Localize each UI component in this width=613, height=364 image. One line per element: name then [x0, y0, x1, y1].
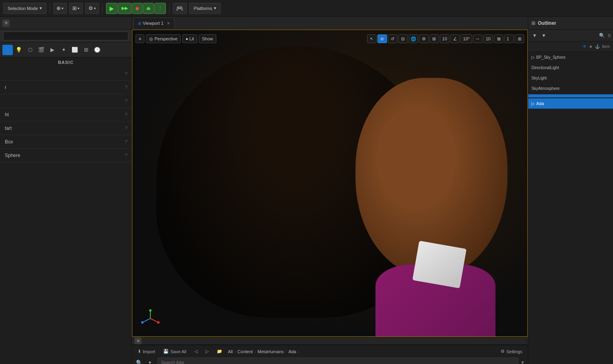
content-browser-bottom: ✕ ⬇ Import 💾 Save All ◁ ▷	[132, 337, 528, 364]
outliner-item-2[interactable]: DirectionalLight	[528, 62, 613, 73]
platforms-arrow: ▾	[214, 6, 216, 11]
history-back-button[interactable]: ◁	[192, 348, 200, 355]
screen-icon[interactable]: ⊠	[494, 34, 503, 43]
history-forward-button[interactable]: ▷	[203, 348, 211, 355]
lit-button[interactable]: ● Lit	[182, 34, 197, 43]
outliner-col-eye: 👁	[583, 44, 587, 49]
grid-btn[interactable]: ⊞	[429, 34, 439, 43]
main-area: ✕ 👤 💡 ⬡ 🎬 ▶ ✦ ⬜ ⊞ 🕐 BASIC ? r ? ?	[0, 17, 613, 364]
left-panel-search-input[interactable]	[3, 32, 128, 40]
list-item-1[interactable]: r ?	[0, 81, 132, 94]
left-panel-search-bar	[0, 30, 132, 42]
build-button[interactable]: ⚙ ▾	[85, 3, 99, 14]
help-icon-6: ?	[125, 152, 128, 158]
settings-btn[interactable]: ⚙	[419, 34, 429, 43]
save-all-label: Save All	[170, 349, 186, 354]
tool-volumes[interactable]: ⬜	[70, 45, 80, 55]
platforms-icon-button[interactable]: 🎮	[173, 3, 187, 14]
breadcrumb-all[interactable]: All	[228, 349, 233, 354]
add-actor-button[interactable]: ⊕ ▾	[53, 3, 67, 14]
list-item-2[interactable]: ?	[0, 94, 132, 108]
scale-tool-btn[interactable]: ⊟	[398, 34, 408, 43]
svg-point-1	[157, 321, 160, 324]
list-item-0[interactable]: ?	[0, 67, 132, 81]
help-icon-1: ?	[125, 84, 128, 90]
outliner-item-3[interactable]: SkyLight	[528, 73, 613, 83]
tool-cinematics[interactable]: 🎬	[36, 45, 46, 55]
right-panel: ⊞ Outliner ▼ ▼ 🔍 S 👁 ★ ⚓ Item ▷ BP_Sky_S…	[528, 17, 613, 364]
viewport-tab-close[interactable]: ✕	[167, 21, 170, 26]
add-icon: ⊕	[56, 5, 61, 11]
show-label: Show	[202, 36, 213, 41]
scale-icon[interactable]: ↔	[473, 34, 483, 43]
more-play-button[interactable]: ⋮	[154, 3, 166, 14]
breadcrumb-metahumans[interactable]: MetaHumans	[258, 349, 284, 354]
play-controls: ▶ ▶▶ ■ ⏏ ⋮	[106, 3, 166, 14]
content-search-input[interactable]	[158, 358, 518, 364]
snap-arrow: ▾	[78, 6, 80, 10]
save-all-button[interactable]: 💾 Save All	[161, 348, 189, 355]
outliner-col-item: Item	[602, 44, 610, 49]
angle-icon[interactable]: ∠	[450, 34, 460, 43]
lit-label: Lit	[190, 36, 194, 41]
lit-icon: ●	[186, 36, 188, 41]
platforms-button[interactable]: Platforms ▾	[189, 3, 220, 14]
left-panel-close-button[interactable]: ✕	[2, 20, 10, 27]
viewport-area: ⊞ Viewport 1 ✕ ≡	[132, 17, 528, 364]
outliner-item-ada[interactable]: ▷ Ada 👁	[528, 98, 613, 109]
tool-shape[interactable]: ⬡	[25, 45, 35, 55]
play-button[interactable]: ▶	[106, 3, 118, 14]
snap-button[interactable]: ⊞ ▾	[69, 3, 83, 14]
outliner-selected-highlight	[528, 94, 613, 97]
tool-vfx[interactable]: ✦	[58, 45, 69, 55]
breadcrumb-sep-3: ›	[285, 349, 287, 354]
list-item-6[interactable]: Sphere ?	[0, 149, 132, 162]
item-4-label: SkyAtmosphere	[531, 86, 560, 91]
outliner-filter-2-btn[interactable]: ▼	[540, 32, 548, 39]
outliner-eye-button[interactable]: 👁	[605, 101, 610, 106]
tool-light[interactable]: 💡	[14, 45, 24, 55]
play-advance-icon: ▶▶	[122, 6, 128, 11]
content-close-button[interactable]: ✕	[134, 337, 142, 344]
show-button[interactable]: Show	[199, 34, 216, 43]
select-tool-btn[interactable]: ↖	[367, 34, 377, 43]
folder-button[interactable]: 📁	[214, 348, 225, 355]
viewport-menu-button[interactable]: ≡	[136, 34, 144, 43]
tool-recent[interactable]: 🕐	[92, 45, 102, 55]
tool-anim[interactable]: ▶	[47, 45, 58, 55]
list-item-4[interactable]: tart ?	[0, 121, 132, 135]
stop-button[interactable]: ■	[132, 3, 142, 14]
list-item-5-label: Box	[5, 139, 13, 145]
translate-tool-btn[interactable]: ⊕	[377, 34, 387, 43]
import-button[interactable]: ⬇ Import	[135, 348, 158, 355]
play-advance-button[interactable]: ▶▶	[118, 3, 132, 14]
eject-button[interactable]: ⏏	[143, 3, 154, 14]
perspective-button[interactable]: ◎ Perspective	[146, 34, 180, 43]
filter-icon: ▼	[148, 360, 152, 364]
list-item-5[interactable]: Box ?	[0, 135, 132, 149]
content-tab-bar: ✕	[132, 337, 528, 345]
outliner-item-1[interactable]: ▷ BP_Sky_Sphere	[528, 52, 613, 62]
outliner-search-btn[interactable]: 🔍	[597, 32, 607, 39]
viewport-container[interactable]: ≡ ◎ Perspective ● Lit Show ↖	[132, 30, 528, 337]
breadcrumb-ada[interactable]: Ada	[288, 349, 296, 354]
breadcrumb-content[interactable]: Content	[238, 349, 253, 354]
viewport-tab-1[interactable]: ⊞ Viewport 1 ✕	[134, 18, 174, 29]
layout-btn[interactable]: ⊞	[515, 34, 524, 43]
outliner-filter-btn[interactable]: ▼	[531, 32, 539, 39]
outliner-item-4[interactable]: SkyAtmosphere	[528, 83, 613, 93]
settings-button[interactable]: ⚙ Settings	[498, 348, 525, 355]
tool-actor[interactable]: 👤	[2, 45, 13, 55]
icon-toolbar: 👤 💡 ⬡ 🎬 ▶ ✦ ⬜ ⊞ 🕐	[0, 42, 132, 58]
snap-icon: ⊞	[72, 5, 77, 11]
angle-value: 10°	[461, 34, 472, 43]
selection-mode-button[interactable]: Selection Mode ▾	[3, 3, 46, 14]
rotate-tool-btn[interactable]: ↺	[388, 34, 397, 43]
tool-all[interactable]: ⊞	[81, 45, 91, 55]
list-item-3[interactable]: ht ?	[0, 108, 132, 121]
global-btn[interactable]: 🌐	[409, 34, 418, 43]
svg-line-0	[150, 318, 158, 322]
more-play-icon: ⋮	[158, 6, 162, 11]
platforms-icon: 🎮	[176, 5, 184, 12]
filter-button[interactable]: ▼	[146, 360, 154, 364]
